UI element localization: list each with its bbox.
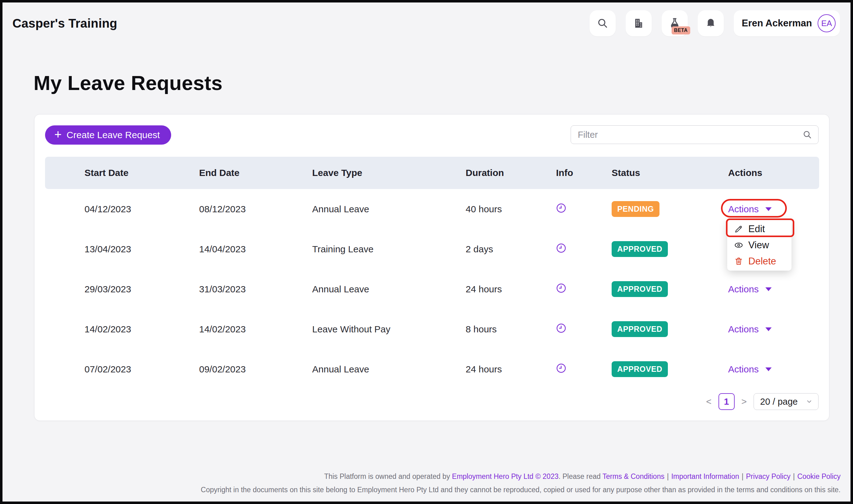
cell-end-date: 14/02/2023	[199, 324, 312, 335]
edit-menu-item[interactable]: Edit	[727, 221, 791, 237]
clock-icon	[556, 243, 566, 253]
clock-icon	[556, 203, 566, 213]
actions-dropdown-button[interactable]: Actions	[728, 284, 772, 294]
delete-menu-label: Delete	[748, 256, 776, 267]
eye-icon	[734, 240, 743, 250]
clock-icon	[556, 323, 566, 333]
separator: |	[742, 472, 744, 481]
app-window: Casper's Training BETA Eren Ackerman EA …	[0, 0, 853, 504]
cell-start-date: 14/02/2023	[85, 324, 199, 335]
status-badge: APPROVED	[612, 281, 668, 297]
actions-dropdown-button[interactable]: Actions	[728, 204, 772, 214]
cell-start-date: 29/03/2023	[85, 284, 199, 294]
beta-badge: BETA	[672, 26, 690, 34]
trash-icon	[734, 257, 743, 266]
avatar: EA	[818, 14, 836, 32]
footer-line-1: This Platform is owned and operated by E…	[201, 473, 840, 480]
actions-dropdown-menu: Edit View Delete	[727, 220, 791, 271]
previous-page-button[interactable]: <	[705, 396, 713, 407]
filter-field	[571, 125, 819, 144]
chevron-down-icon	[765, 287, 772, 291]
table-header: Start Date End Date Leave Type Duration …	[45, 157, 819, 189]
edit-menu-label: Edit	[748, 223, 765, 235]
info-button[interactable]	[556, 283, 566, 293]
cell-leave-type: Annual Leave	[312, 204, 466, 214]
actions-dropdown-button[interactable]: Actions	[728, 364, 772, 375]
search-button[interactable]	[590, 10, 616, 36]
page-title: My Leave Requests	[34, 71, 222, 95]
delete-menu-item[interactable]: Delete	[727, 253, 791, 269]
chevron-down-icon	[765, 367, 772, 371]
actions-label: Actions	[728, 284, 759, 294]
actions-label: Actions	[728, 324, 759, 335]
user-name: Eren Ackerman	[742, 18, 812, 29]
table-row: 14/02/2023 14/02/2023 Leave Without Pay …	[45, 309, 819, 349]
filter-input[interactable]	[571, 125, 819, 144]
column-header-duration: Duration	[466, 167, 556, 178]
top-bar: Casper's Training BETA Eren Ackerman EA	[2, 2, 851, 44]
info-button[interactable]	[556, 323, 566, 333]
building-icon	[633, 17, 645, 29]
cell-end-date: 14/04/2023	[199, 244, 312, 254]
page-size-select[interactable]: 20 / page	[754, 393, 819, 410]
view-menu-item[interactable]: View	[727, 237, 791, 253]
cell-duration: 8 hours	[466, 324, 556, 335]
app-title: Casper's Training	[13, 16, 117, 31]
cell-leave-type: Annual Leave	[312, 364, 466, 375]
actions-label: Actions	[728, 204, 759, 214]
status-badge: APPROVED	[612, 321, 668, 337]
company-link[interactable]: Employment Hero Pty Ltd © 2023	[452, 472, 558, 481]
privacy-policy-link[interactable]: Privacy Policy	[746, 472, 790, 481]
cell-duration: 2 days	[466, 244, 556, 254]
organisation-button[interactable]	[626, 10, 652, 36]
table-row: 13/04/2023 14/04/2023 Training Leave 2 d…	[45, 229, 819, 269]
column-header-info: Info	[556, 167, 612, 178]
pagination: < 1 > 20 / page	[705, 393, 819, 410]
cell-end-date: 09/02/2023	[199, 364, 312, 375]
current-page-button[interactable]: 1	[718, 393, 735, 410]
separator: |	[793, 472, 795, 481]
notifications-button[interactable]	[698, 10, 724, 36]
cell-duration: 24 hours	[466, 364, 556, 375]
page-size-label: 20 / page	[760, 397, 798, 407]
cell-duration: 40 hours	[466, 204, 556, 214]
column-header-actions: Actions	[728, 167, 819, 178]
next-page-button[interactable]: >	[740, 396, 748, 407]
cell-duration: 24 hours	[466, 284, 556, 294]
column-header-leave-type: Leave Type	[312, 167, 466, 178]
filter-search-icon	[802, 130, 812, 140]
info-button[interactable]	[556, 203, 566, 213]
cell-start-date: 13/04/2023	[85, 244, 199, 254]
table-row: 07/02/2023 09/02/2023 Annual Leave 24 ho…	[45, 349, 819, 389]
cell-leave-type: Leave Without Pay	[312, 324, 466, 335]
create-leave-request-button[interactable]: + Create Leave Request	[45, 125, 171, 145]
status-badge: APPROVED	[612, 361, 668, 377]
cookie-policy-link[interactable]: Cookie Policy	[797, 472, 840, 481]
footer-line-2: Copyright in the documents on this site …	[201, 486, 840, 493]
table-row: 29/03/2023 31/03/2023 Annual Leave 24 ho…	[45, 269, 819, 309]
separator: |	[667, 472, 669, 481]
actions-dropdown-button[interactable]: Actions	[728, 324, 772, 335]
terms-link[interactable]: Terms & Conditions	[603, 472, 664, 481]
footer-text: . Please read	[558, 472, 603, 481]
footer: This Platform is owned and operated by E…	[201, 473, 840, 493]
column-header-start-date: Start Date	[85, 167, 199, 178]
top-bar-actions: BETA Eren Ackerman EA	[590, 10, 840, 36]
search-icon	[597, 17, 609, 29]
view-menu-label: View	[748, 239, 769, 251]
column-header-status: Status	[612, 167, 728, 178]
user-initials: EA	[821, 19, 832, 28]
footer-text: This Platform is owned and operated by	[324, 472, 452, 481]
info-button[interactable]	[556, 363, 566, 373]
important-information-link[interactable]: Important Information	[671, 472, 739, 481]
chevron-down-icon	[765, 207, 772, 211]
cell-start-date: 07/02/2023	[85, 364, 199, 375]
leave-requests-card: + Create Leave Request Start Date End Da…	[34, 114, 830, 421]
cell-end-date: 31/03/2023	[199, 284, 312, 294]
beta-features-button[interactable]: BETA	[662, 10, 688, 36]
create-leave-request-label: Create Leave Request	[67, 130, 160, 140]
info-button[interactable]	[556, 243, 566, 253]
actions-label: Actions	[728, 364, 759, 375]
user-menu[interactable]: Eren Ackerman EA	[734, 10, 840, 36]
status-badge: APPROVED	[612, 241, 668, 257]
